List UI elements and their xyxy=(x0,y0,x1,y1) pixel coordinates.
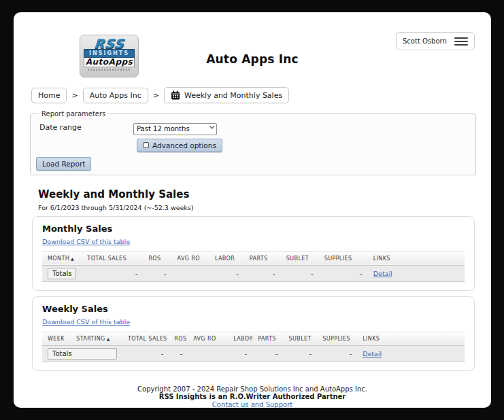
breadcrumb-item-weekly-and-monthly-sales[interactable]: Weekly and Monthly Sales xyxy=(164,87,289,103)
totals-label-cell: Totals xyxy=(42,345,122,362)
load-report-button[interactable]: Load Report xyxy=(36,157,91,171)
column-header-avg-ro[interactable]: AVG RO xyxy=(188,332,228,345)
hamburger-menu-icon[interactable] xyxy=(454,37,468,46)
totals-label: Totals xyxy=(48,268,76,279)
table-header-row: WEEKSTARTING▲TOTAL SALESROSAVG ROLABORPA… xyxy=(42,332,465,345)
column-header-parts[interactable]: PARTS xyxy=(244,251,281,265)
report-parameters-legend: Report parameters xyxy=(39,110,108,118)
weekly-sales-panel: Weekly Sales Download CSV of this table … xyxy=(32,296,475,371)
sort-ascending-icon: ▲ xyxy=(107,336,110,341)
totals-value-cell: - xyxy=(281,265,319,281)
column-header-sublet[interactable]: SUBLET xyxy=(284,332,318,345)
column-header-links[interactable]: LINKS xyxy=(368,251,465,265)
page-card: RSS INSIGHTS AutoApps Auto Apps Inc Scot… xyxy=(14,12,491,408)
totals-value-cell: - xyxy=(284,345,318,362)
column-header-ros[interactable]: ROS xyxy=(169,332,188,345)
footer-partner-line: RSS Insights is an R.O.Writer Authorized… xyxy=(14,393,491,401)
header: RSS INSIGHTS AutoApps Auto Apps Inc Scot… xyxy=(14,12,491,86)
footer: Copyright 2007 - 2024 Repair Shop Soluti… xyxy=(14,385,491,408)
column-header-week[interactable]: WEEK xyxy=(42,332,71,345)
user-menu-button[interactable]: Scott Osborn xyxy=(396,32,475,50)
advanced-options-checkbox[interactable] xyxy=(143,142,149,148)
contact-support-link[interactable]: Contact us and Support xyxy=(212,401,292,408)
column-header-avg-ro[interactable]: AVG RO xyxy=(172,251,209,265)
column-header-supplies[interactable]: SUPPLIES xyxy=(319,251,368,265)
breadcrumb-label: Weekly and Monthly Sales xyxy=(184,91,282,100)
links-cell: Detail xyxy=(357,345,465,362)
links-cell: Detail xyxy=(368,265,465,281)
detail-link[interactable]: Detail xyxy=(373,270,392,277)
calendar-icon xyxy=(171,90,180,100)
breadcrumb-separator: > xyxy=(153,91,159,100)
totals-value-cell: - xyxy=(228,345,252,362)
totals-value-cell: - xyxy=(122,345,169,362)
totals-value-cell: - xyxy=(317,345,357,362)
advanced-options-label: Advanced options xyxy=(152,141,216,150)
monthly-sales-title: Monthly Sales xyxy=(42,224,465,234)
column-header-parts[interactable]: PARTS xyxy=(252,332,283,345)
column-header-ros[interactable]: ROS xyxy=(143,251,171,265)
date-range-select[interactable]: Past 12 months xyxy=(133,123,217,135)
totals-row: Totals------Detail xyxy=(42,345,465,362)
logo-rss-text: RSS xyxy=(83,38,135,49)
column-header-total-sales[interactable]: TOTAL SALES xyxy=(82,251,143,265)
totals-value-cell: - xyxy=(244,265,281,281)
table-header-row: MONTH▲TOTAL SALESROSAVG ROLABORPARTSSUBL… xyxy=(42,251,465,265)
download-csv-link[interactable]: Download CSV of this table xyxy=(42,318,130,326)
totals-label-cell: Totals xyxy=(42,265,82,281)
column-header-sublet[interactable]: SUBLET xyxy=(281,251,319,265)
logo-tagline xyxy=(88,69,131,71)
column-header-month[interactable]: MONTH▲ xyxy=(42,251,82,265)
date-range-row: Date range Past 12 months xyxy=(36,121,470,135)
advanced-options-button[interactable]: Advanced options xyxy=(137,139,222,152)
totals-value-cell: - xyxy=(82,265,143,281)
breadcrumb-item-auto-apps-inc[interactable]: Auto Apps Inc xyxy=(83,88,148,103)
column-header-starting[interactable]: STARTING▲ xyxy=(71,332,122,345)
column-header-links[interactable]: LINKS xyxy=(357,332,465,345)
weekly-sales-title: Weekly Sales xyxy=(42,304,465,314)
date-range-select-wrap: Past 12 months xyxy=(133,121,217,135)
totals-value-cell: - xyxy=(319,265,368,281)
weekly-sales-table: WEEKSTARTING▲TOTAL SALESROSAVG ROLABORPA… xyxy=(42,332,465,362)
date-range-label: Date range xyxy=(36,121,133,132)
monthly-sales-table: MONTH▲TOTAL SALESROSAVG ROLABORPARTSSUBL… xyxy=(42,251,465,282)
totals-value-cell: - xyxy=(252,345,283,362)
user-name: Scott Osborn xyxy=(403,37,447,45)
sort-ascending-icon: ▲ xyxy=(71,256,74,261)
totals-value-cell xyxy=(172,265,209,281)
totals-value-cell: - xyxy=(169,345,188,362)
download-csv-link[interactable]: Download CSV of this table xyxy=(42,238,130,245)
breadcrumb-separator: > xyxy=(71,91,78,100)
breadcrumb-label: Home xyxy=(38,91,60,100)
totals-label: Totals xyxy=(48,348,117,360)
breadcrumb-label: Auto Apps Inc xyxy=(90,91,141,100)
monthly-sales-panel: Monthly Sales Download CSV of this table… xyxy=(32,216,475,291)
report-title: Weekly and Monthly Sales xyxy=(38,188,491,200)
column-header-total-sales[interactable]: TOTAL SALES xyxy=(122,332,169,345)
column-header-supplies[interactable]: SUPPLIES xyxy=(317,332,357,345)
column-header-labor[interactable]: LABOR xyxy=(209,251,244,265)
breadcrumb-item-home[interactable]: Home xyxy=(31,88,67,103)
page-title: Auto Apps Inc xyxy=(14,52,491,66)
report-subtitle: For 6/1/2023 through 5/31/2024 (~-52.3 w… xyxy=(38,204,491,211)
column-header-labor[interactable]: LABOR xyxy=(228,332,252,345)
breadcrumb: Home > Auto Apps Inc > Weekly and Mo xyxy=(31,86,491,104)
report-parameters-fieldset: Report parameters Date range Past 12 mon… xyxy=(30,110,476,175)
totals-value-cell: - xyxy=(143,265,171,281)
totals-value-cell xyxy=(188,345,228,362)
detail-link[interactable]: Detail xyxy=(363,350,382,357)
totals-row: Totals------Detail xyxy=(42,265,465,281)
footer-copyright: Copyright 2007 - 2024 Repair Shop Soluti… xyxy=(14,385,491,393)
totals-value-cell: - xyxy=(209,265,244,281)
